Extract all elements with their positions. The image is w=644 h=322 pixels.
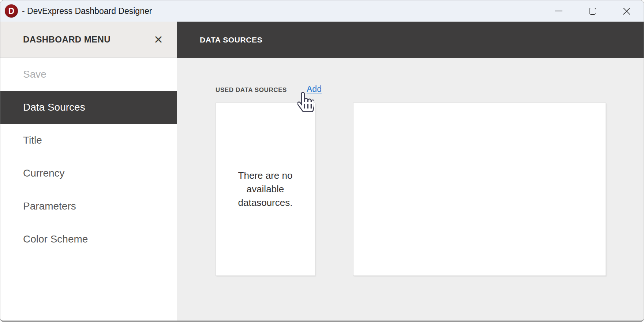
menu-close-icon[interactable]: ✕ (154, 34, 163, 45)
titlebar: D - DevExpress Dashboard Designer (0, 0, 644, 22)
sidebar-header: DASHBOARD MENU ✕ (0, 22, 177, 58)
main-header: DATA SOURCES (177, 22, 644, 58)
main-area: DATA SOURCES USED DATA SOURCES Add There… (177, 22, 644, 321)
app-body: DASHBOARD MENU ✕ Save Data Sources Title… (0, 22, 644, 321)
maximize-icon (589, 8, 596, 15)
used-sources-toolbar: USED DATA SOURCES Add (216, 84, 606, 94)
used-data-sources-label: USED DATA SOURCES (216, 86, 287, 94)
sidebar-item-save[interactable]: Save (0, 58, 177, 91)
sidebar-item-currency[interactable]: Currency (0, 157, 177, 190)
used-datasources-panel (353, 103, 606, 276)
window-controls (542, 0, 644, 22)
sidebar-item-data-sources[interactable]: Data Sources (0, 91, 177, 124)
window-title: - DevExpress Dashboard Designer (22, 6, 152, 16)
screenshot-stage: D - DevExpress Dashboard Designer (0, 0, 644, 322)
close-icon (622, 7, 631, 15)
close-button[interactable] (610, 0, 644, 22)
minimize-icon (555, 11, 562, 11)
maximize-button[interactable] (576, 0, 610, 22)
app-window: D - DevExpress Dashboard Designer (0, 0, 644, 322)
sidebar-item-color-scheme[interactable]: Color Scheme (0, 223, 177, 256)
logo-letter: D (8, 6, 15, 16)
add-datasource-link[interactable]: Add (307, 84, 322, 94)
data-source-panels: There are no available datasources. (216, 103, 606, 276)
devexpress-logo-icon: D (5, 4, 18, 18)
empty-datasources-message: There are no available datasources. (231, 169, 300, 210)
sidebar-item-title[interactable]: Title (0, 124, 177, 157)
sidebar-item-parameters[interactable]: Parameters (0, 190, 177, 223)
dashboard-menu-sidebar: DASHBOARD MENU ✕ Save Data Sources Title… (0, 22, 177, 321)
minimize-button[interactable] (542, 0, 576, 22)
data-sources-content: USED DATA SOURCES Add There are no avail… (177, 58, 644, 321)
sidebar-title: DASHBOARD MENU (23, 34, 111, 45)
page-title: DATA SOURCES (200, 36, 262, 44)
available-datasources-panel: There are no available datasources. (216, 103, 315, 276)
sidebar-menu: Save Data Sources Title Currency Paramet… (0, 58, 177, 256)
